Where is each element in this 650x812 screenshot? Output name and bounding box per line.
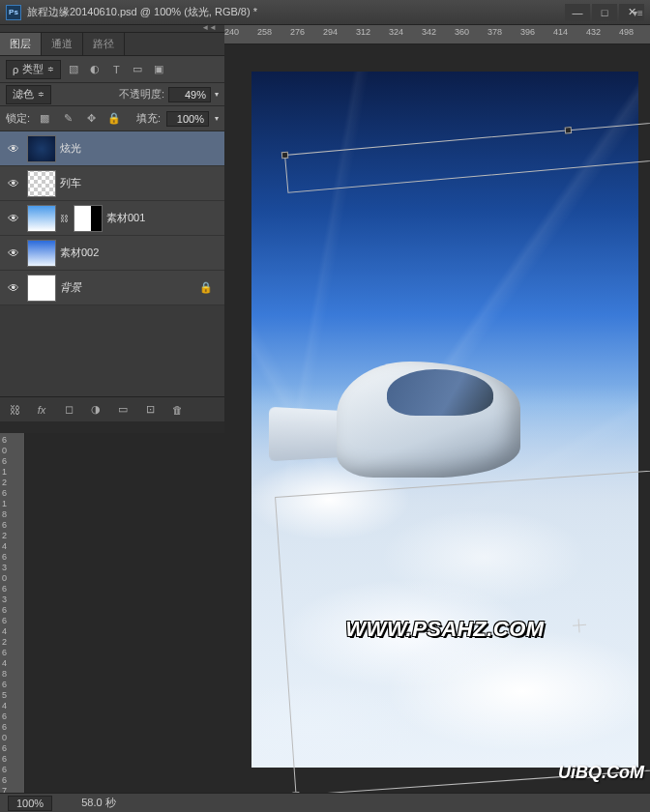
layer-row[interactable]: 👁 素材002 — [0, 236, 224, 271]
canvas-dark-area — [25, 433, 224, 812]
vertical-ruler[interactable]: 60612618624630636642648654660666672 — [0, 433, 25, 812]
layer-fx-icon[interactable]: fx — [33, 401, 50, 419]
layer-name[interactable]: 炫光 — [60, 141, 221, 156]
filter-type-icon[interactable]: T — [107, 61, 125, 78]
lock-transparent-icon[interactable]: ▩ — [36, 110, 53, 128]
layer-name[interactable]: 素材002 — [60, 246, 221, 260]
layer-thumbnail[interactable] — [27, 135, 56, 162]
panel-divider[interactable] — [0, 421, 224, 433]
layer-name[interactable]: 素材001 — [106, 211, 221, 225]
watermark-text: WWW.PSAHZ.COM — [345, 617, 544, 642]
lock-icon: 🔒 — [199, 281, 213, 294]
link-layers-icon[interactable]: ⛓ — [6, 401, 23, 419]
chevron-down-icon: ≑ — [47, 65, 54, 73]
layer-thumbnail[interactable] — [27, 275, 56, 302]
brand-watermark: UiBQ.CoM — [558, 763, 644, 783]
opacity-input[interactable]: 49% — [168, 87, 211, 102]
tab-layers[interactable]: 图层 — [0, 33, 42, 55]
chevron-down-icon[interactable]: ▾ — [215, 114, 219, 123]
opacity-label: 不透明度: — [119, 87, 164, 102]
fill-input[interactable]: 100% — [166, 111, 209, 127]
document-canvas[interactable]: WWW.PSAHZ.COM — [251, 72, 638, 768]
layer-row[interactable]: 👁 列车 — [0, 166, 224, 201]
filter-pixel-icon[interactable]: ▧ — [65, 61, 82, 78]
visibility-toggle[interactable]: 👁 — [4, 177, 23, 190]
timing-info: 58.0 秒 — [81, 796, 115, 810]
lock-pixels-icon[interactable]: ✎ — [59, 110, 76, 128]
layer-row[interactable]: 👁 ⛓ 素材001 — [0, 201, 224, 236]
filter-adjust-icon[interactable]: ◐ — [86, 61, 103, 78]
layer-row[interactable]: 👁 炫光 — [0, 131, 224, 166]
blend-mode-value: 滤色 — [13, 87, 34, 102]
visibility-toggle[interactable]: 👁 — [4, 246, 23, 260]
chevron-down-icon: ≑ — [38, 90, 44, 99]
layer-name[interactable]: 背景 — [60, 280, 195, 295]
layer-mask-thumbnail[interactable] — [74, 205, 103, 232]
layer-thumbnail[interactable] — [27, 240, 56, 267]
delete-layer-icon[interactable]: 🗑 — [168, 401, 186, 419]
panel-tabs: 图层 通道 路径 ▾≡ — [0, 33, 224, 56]
photoshop-window: Ps 旅程边缘20140610.psd @ 100% (炫光, RGB/8) *… — [0, 0, 650, 812]
layers-panel-footer: ⛓ fx ◻ ◑ ▭ ⊡ 🗑 — [0, 396, 224, 421]
blend-mode-dropdown[interactable]: 滤色 ≑ — [6, 85, 51, 104]
layers-panel: 图层 通道 路径 ▾≡ ρ 类型 ≑ ▧ ◐ T ▭ ▣ 滤色 — [0, 25, 224, 812]
filter-smart-icon[interactable]: ▣ — [150, 61, 167, 78]
app-logo: Ps — [6, 5, 21, 20]
maximize-button[interactable]: □ — [592, 4, 617, 21]
adjustment-layer-icon[interactable]: ◑ — [87, 401, 104, 419]
status-bar: 100% 58.0 秒 — [0, 793, 650, 812]
add-mask-icon[interactable]: ◻ — [60, 401, 77, 419]
train-image — [269, 352, 520, 507]
tab-channels[interactable]: 通道 — [42, 33, 83, 55]
lock-all-icon[interactable]: 🔒 — [105, 110, 123, 128]
fill-label: 填充: — [136, 111, 161, 126]
titlebar[interactable]: Ps 旅程边缘20140610.psd @ 100% (炫光, RGB/8) *… — [0, 0, 650, 25]
canvas-area[interactable]: WWW.PSAHZ.COM — [224, 44, 650, 812]
lock-position-icon[interactable]: ✥ — [82, 110, 100, 128]
layer-name[interactable]: 列车 — [60, 176, 221, 190]
layer-thumbnail[interactable] — [27, 170, 56, 197]
layer-filter-row: ρ 类型 ≑ ▧ ◐ T ▭ ▣ — [0, 56, 224, 83]
horizontal-ruler[interactable]: 2402582762943123243423603783964144324985… — [224, 25, 650, 44]
visibility-toggle[interactable]: 👁 — [4, 142, 23, 156]
visibility-toggle[interactable]: 👁 — [4, 212, 23, 225]
filter-kind-value: 类型 — [22, 62, 44, 76]
panel-menu-icon[interactable]: ▾≡ — [633, 8, 648, 19]
layer-thumbnail[interactable] — [27, 205, 56, 232]
document-title: 旅程边缘20140610.psd @ 100% (炫光, RGB/8) * — [27, 5, 257, 19]
new-layer-icon[interactable]: ⊡ — [141, 401, 159, 419]
layers-list: 👁 炫光 👁 列车 👁 ⛓ 素材001 👁 — [0, 131, 224, 305]
chevron-down-icon[interactable]: ▾ — [215, 90, 219, 99]
panel-collapse-icon[interactable] — [0, 25, 224, 33]
minimize-button[interactable]: — — [565, 4, 590, 21]
filter-kind-dropdown[interactable]: ρ 类型 ≑ — [6, 60, 61, 79]
layer-row[interactable]: 👁 背景 🔒 — [0, 271, 224, 305]
search-icon: ρ — [13, 64, 18, 75]
lock-label: 锁定: — [6, 111, 30, 126]
tab-paths[interactable]: 路径 — [83, 33, 125, 55]
mask-link-icon[interactable]: ⛓ — [60, 214, 70, 223]
filter-shape-icon[interactable]: ▭ — [129, 61, 146, 78]
zoom-level[interactable]: 100% — [8, 796, 52, 811]
visibility-toggle[interactable]: 👁 — [4, 281, 23, 295]
new-group-icon[interactable]: ▭ — [114, 401, 132, 419]
layers-empty-area[interactable] — [0, 305, 224, 396]
